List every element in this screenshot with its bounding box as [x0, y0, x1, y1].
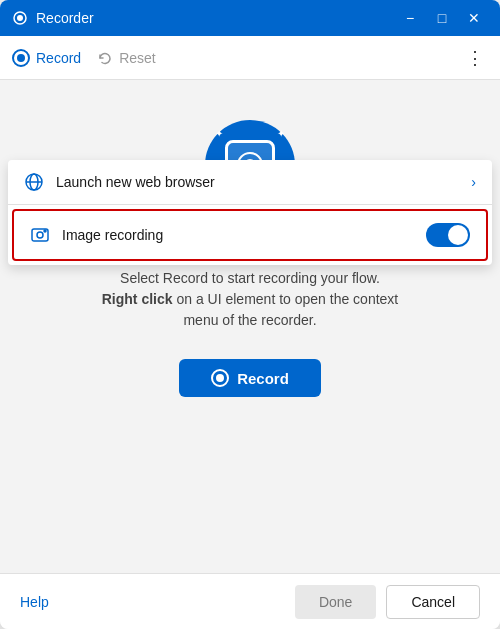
record-toolbar-label: Record [36, 50, 81, 66]
svg-point-6 [37, 232, 43, 238]
svg-point-7 [44, 230, 46, 232]
launch-browser-label: Launch new web browser [56, 174, 215, 190]
help-link[interactable]: Help [20, 594, 49, 610]
launch-browser-item[interactable]: Launch new web browser › [8, 160, 492, 204]
toolbar-left: Record Reset [12, 49, 156, 67]
title-bar: Recorder − □ ✕ [0, 0, 500, 36]
sparkle-top-right: ✦ [277, 128, 285, 139]
launch-browser-left: Launch new web browser [24, 172, 215, 192]
maximize-button[interactable]: □ [428, 4, 456, 32]
image-recording-item[interactable]: Image recording [12, 209, 488, 261]
image-recording-left: Image recording [30, 225, 163, 245]
record-button-icon [211, 369, 229, 387]
app-icon [12, 10, 28, 26]
done-button[interactable]: Done [295, 585, 376, 619]
description-bold: Right click [102, 291, 173, 307]
minimize-button[interactable]: − [396, 4, 424, 32]
app-title: Recorder [36, 10, 94, 26]
cancel-button[interactable]: Cancel [386, 585, 480, 619]
record-icon [12, 49, 30, 67]
sparkle-top-left: ✦ [215, 128, 223, 139]
empty-state-description: Select Record to start recording your fl… [90, 268, 410, 331]
description-text-1: Select Record to start recording your fl… [120, 270, 380, 286]
svg-point-1 [17, 15, 23, 21]
globe-icon [24, 172, 44, 192]
footer: Help Done Cancel [0, 573, 500, 629]
record-button[interactable]: Record [179, 359, 321, 397]
reset-toolbar-item[interactable]: Reset [97, 50, 156, 66]
main-content: ✦ ✦ ✦ You haven't recorded any actions y… [0, 80, 500, 573]
image-recording-icon [30, 225, 50, 245]
image-recording-toggle[interactable] [426, 223, 470, 247]
more-options-button[interactable]: ⋮ [462, 43, 488, 73]
record-button-label: Record [237, 370, 289, 387]
content-area: Launch new web browser › Image recording [0, 80, 500, 573]
image-recording-label: Image recording [62, 227, 163, 243]
app-window: Recorder − □ ✕ Record Reset ⋮ [0, 0, 500, 629]
record-icon-dot [17, 54, 25, 62]
record-button-dot [216, 374, 224, 382]
toolbar: Record Reset ⋮ [0, 36, 500, 80]
launch-browser-chevron: › [471, 174, 476, 190]
title-bar-left: Recorder [12, 10, 94, 26]
title-bar-controls: − □ ✕ [396, 4, 488, 32]
reset-toolbar-label: Reset [119, 50, 156, 66]
dropdown-divider [8, 204, 492, 205]
close-button[interactable]: ✕ [460, 4, 488, 32]
reset-icon [97, 50, 113, 66]
toggle-knob [448, 225, 468, 245]
record-toolbar-item[interactable]: Record [12, 49, 81, 67]
dropdown-menu: Launch new web browser › Image recording [8, 160, 492, 265]
footer-buttons: Done Cancel [295, 585, 480, 619]
description-rest: on a UI element to open the context menu… [173, 291, 399, 328]
